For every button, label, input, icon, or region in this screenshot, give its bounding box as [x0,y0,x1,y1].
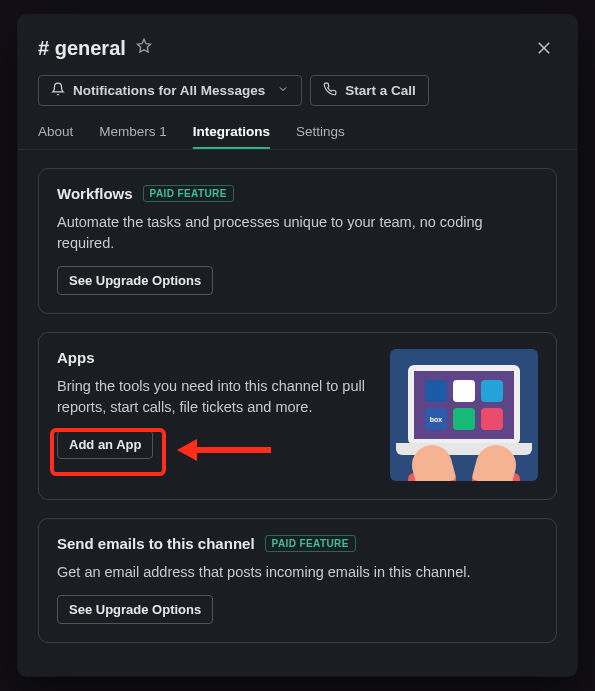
workflows-title: Workflows [57,185,133,202]
tab-about[interactable]: About [38,124,73,149]
close-icon[interactable] [531,35,557,61]
paid-feature-badge: PAID FEATURE [143,185,234,202]
phone-icon [323,82,337,99]
modal-header: # general [18,35,577,61]
notifications-button[interactable]: Notifications for All Messages [38,75,302,106]
toolbar: Notifications for All Messages Start a C… [18,61,577,106]
notifications-label: Notifications for All Messages [73,83,265,98]
tab-members[interactable]: Members 1 [99,124,167,149]
channel-name: # general [38,37,126,60]
apps-illustration: box [390,349,538,481]
emails-desc: Get an email address that posts incoming… [57,562,538,583]
bell-icon [51,82,65,99]
star-icon[interactable] [136,38,152,58]
start-call-button[interactable]: Start a Call [310,75,429,106]
tab-integrations[interactable]: Integrations [193,124,270,149]
card-apps: Apps Bring the tools you need into this … [38,332,557,500]
emails-title: Send emails to this channel [57,535,255,552]
channel-title-group: # general [38,37,152,60]
apps-title: Apps [57,349,95,366]
workflows-desc: Automate the tasks and processes unique … [57,212,538,254]
card-emails: Send emails to this channel PAID FEATURE… [38,518,557,643]
add-app-button[interactable]: Add an App [57,430,153,459]
svg-marker-0 [137,39,150,52]
chevron-down-icon [277,83,289,98]
paid-feature-badge: PAID FEATURE [265,535,356,552]
apps-desc: Bring the tools you need into this chann… [57,376,372,418]
emails-upgrade-button[interactable]: See Upgrade Options [57,595,213,624]
card-workflows: Workflows PAID FEATURE Automate the task… [38,168,557,314]
tab-settings[interactable]: Settings [296,124,345,149]
start-call-label: Start a Call [345,83,416,98]
workflows-upgrade-button[interactable]: See Upgrade Options [57,266,213,295]
channel-details-modal: # general Notifications for All Messages [18,15,577,676]
tabs: About Members 1 Integrations Settings [18,106,577,150]
integrations-body: Workflows PAID FEATURE Automate the task… [18,150,577,666]
